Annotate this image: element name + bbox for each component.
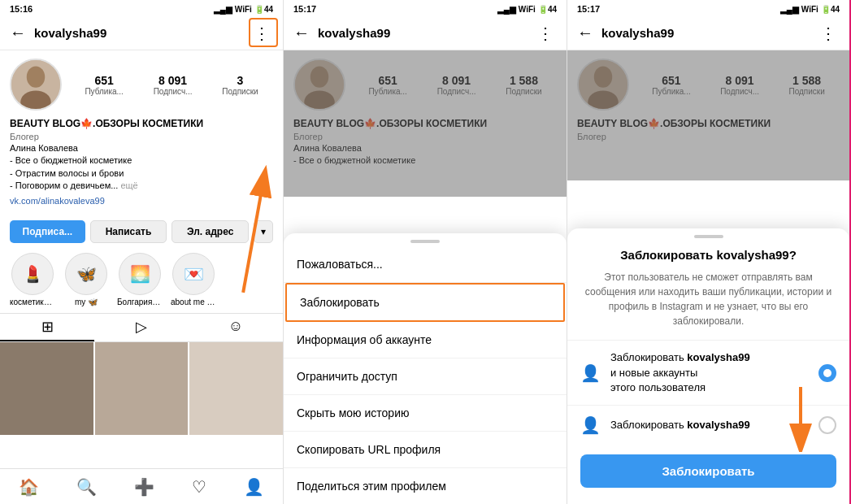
tab-reels-1[interactable]: ▷	[94, 314, 189, 341]
bio-line1-1: - Все о бюджетной косметике	[10, 154, 273, 167]
nav-username-2: kovalysha99	[318, 26, 534, 40]
user-icon-1: 👤	[580, 363, 601, 383]
menu-report[interactable]: Пожаловаться...	[284, 246, 567, 283]
radio-option-1[interactable]	[818, 364, 836, 382]
dim-overlay-3	[567, 50, 849, 180]
highlight-label-bulgaria: Болгария 20...	[117, 298, 163, 306]
panel-1: 15:16 ▂▄▆ WiFi 🔋44 ← kovalysha99 ⋮	[0, 0, 284, 504]
menu-block[interactable]: Заблокировать	[285, 283, 565, 322]
bottom-nav-1: 🏠 🔍 ➕ ♡ 👤	[0, 468, 283, 504]
tab-bar-1: ⊞ ▷ ☺	[0, 313, 283, 342]
highlight-bulgaria[interactable]: 🌅 Болгария 20...	[117, 253, 163, 306]
highlight-label-cosmetics: косметика💄	[10, 298, 55, 306]
status-icons-3: ▂▄▆ WiFi 🔋44	[780, 5, 840, 14]
menu-account-info[interactable]: Информация об аккаунте	[284, 322, 567, 358]
photo-grid-1	[0, 342, 283, 468]
dialog-handle	[694, 235, 723, 238]
status-bar-3: 15:17 ▂▄▆ WiFi 🔋44	[567, 0, 849, 16]
menu-handle-2	[410, 240, 440, 243]
time-1: 15:16	[10, 4, 33, 14]
signal-icon: ▂▄▆	[214, 5, 232, 14]
search-icon-1[interactable]: 🔍	[76, 477, 97, 497]
highlight-circle-bulgaria: 🌅	[119, 253, 161, 295]
profile-bio-1: BEAUTY BLOG🍁.ОБЗОРЫ КОСМЕТИКИ Блогер Али…	[10, 117, 273, 207]
back-arrow-2[interactable]: ←	[293, 24, 310, 42]
top-nav-2: ← kovalysha99 ⋮	[284, 16, 567, 50]
grid-cell-2[interactable]	[95, 342, 189, 436]
bio-more-1: ещё	[120, 180, 137, 190]
time-2: 15:17	[293, 4, 316, 14]
highlight-aboutme[interactable]: 💌 about me 💌	[171, 253, 216, 306]
signal-icon-2: ▂▄▆	[497, 5, 516, 14]
stat-following-1: 3 Подписки	[222, 74, 258, 96]
menu-hide-story[interactable]: Скрыть мою историю	[284, 395, 567, 432]
status-icons-1: ▂▄▆ WiFi 🔋44	[214, 5, 273, 14]
menu-sheet-2: Пожаловаться... Заблокировать Информация…	[284, 233, 567, 504]
grid-cell-1[interactable]	[0, 342, 93, 436]
home-icon-1[interactable]: 🏠	[19, 477, 39, 497]
battery-icon-2: 🔋44	[538, 5, 557, 14]
wifi-icon: WiFi	[235, 5, 252, 14]
dialog-option-2[interactable]: 👤 Заблокировать kovalysha99	[567, 405, 849, 445]
highlight-circle-aboutme: 💌	[172, 253, 215, 295]
nav-username-3: kovalysha99	[601, 26, 817, 40]
dialog-option-text-2: Заблокировать kovalysha99	[610, 418, 809, 432]
bio-title-1: BEAUTY BLOG🍁.ОБЗОРЫ КОСМЕТИКИ	[10, 117, 273, 131]
dim-overlay-2	[284, 50, 567, 197]
three-dots-menu-1[interactable]: ⋮	[250, 22, 273, 45]
menu-restrict[interactable]: Ограничить доступ	[284, 358, 567, 395]
bio-name-1: Алина Ковалева	[10, 142, 273, 154]
stat-publications-1: 651 Публика...	[85, 74, 124, 96]
menu-share-profile[interactable]: Поделиться этим профилем	[284, 468, 567, 504]
email-button-1[interactable]: Эл. адрес	[172, 220, 249, 243]
status-bar-2: 15:17 ▂▄▆ WiFi 🔋44	[284, 0, 567, 16]
profile-top-1: 651 Публика... 8 091 Подписч... 3 Подпис…	[10, 59, 273, 111]
user-icon-2: 👤	[580, 415, 601, 435]
write-button-1[interactable]: Написать	[90, 220, 167, 243]
subscribe-button-1[interactable]: Подписа...	[10, 220, 85, 243]
status-bar-1: 15:16 ▂▄▆ WiFi 🔋44	[0, 0, 283, 16]
stat-followers-1: 8 091 Подписч...	[154, 74, 193, 96]
menu-copy-url[interactable]: Скопировать URL профиля	[284, 432, 567, 468]
heart-icon-1[interactable]: ♡	[192, 477, 206, 497]
three-dots-menu-3[interactable]: ⋮	[817, 22, 840, 45]
wifi-icon-3: WiFi	[801, 5, 818, 14]
stat-num-flw-1: 3	[237, 74, 244, 87]
profile-icon-1[interactable]: 👤	[244, 477, 264, 497]
tab-grid-1[interactable]: ⊞	[0, 314, 94, 341]
top-nav-3: ← kovalysha99 ⋮	[567, 16, 849, 50]
nav-username-1: kovalysha99	[34, 26, 250, 40]
block-dialog: Заблокировать kovalysha99? Этот пользова…	[567, 228, 849, 504]
radio-option-2[interactable]	[818, 416, 836, 434]
signal-icon-3: ▂▄▆	[780, 5, 799, 14]
back-arrow-1[interactable]: ←	[10, 24, 26, 42]
dialog-option-1[interactable]: 👤 Заблокировать kovalysha99и новые аккау…	[567, 340, 849, 405]
stat-lbl-fol-1: Подписч...	[154, 87, 193, 96]
avatar-1	[10, 59, 62, 111]
back-arrow-3[interactable]: ←	[577, 24, 593, 42]
stat-lbl-flw-1: Подписки	[222, 87, 258, 96]
bio-link-1[interactable]: vk.com/alinakovaleva99	[10, 196, 105, 206]
highlight-circle-my: 🦋	[65, 253, 107, 295]
dialog-title: Заблокировать kovalysha99?	[567, 245, 849, 270]
tab-tagged-1[interactable]: ☺	[189, 314, 283, 341]
svg-point-3	[27, 67, 46, 88]
stat-lbl-pub-1: Публика...	[85, 87, 124, 96]
highlights-1: 💄 косметика💄 🦋 my 🦋 🌅 Болгария 20... 💌 a…	[0, 250, 283, 313]
dropdown-button-1[interactable]: ▾	[254, 220, 273, 243]
grid-cell-3[interactable]	[189, 342, 283, 436]
add-icon-1[interactable]: ➕	[134, 477, 154, 497]
highlight-label-aboutme: about me 💌	[171, 298, 216, 306]
panel-2: 15:17 ▂▄▆ WiFi 🔋44 ← kovalysha99 ⋮	[284, 0, 567, 504]
stats-row-1: 651 Публика... 8 091 Подписч... 3 Подпис…	[70, 74, 273, 96]
battery-icon-3: 🔋44	[821, 5, 840, 14]
top-nav-1: ← kovalysha99 ⋮	[0, 16, 283, 50]
action-buttons-1: Подписа... Написать Эл. адрес ▾	[0, 217, 283, 250]
three-dots-menu-2[interactable]: ⋮	[534, 22, 557, 45]
dialog-option-text-1: Заблокировать kovalysha99и новые аккаунт…	[610, 350, 809, 395]
wifi-icon-2: WiFi	[519, 5, 536, 14]
panel-3: 15:17 ▂▄▆ WiFi 🔋44 ← kovalysha99 ⋮	[567, 0, 851, 504]
block-confirm-button[interactable]: Заблокировать	[580, 454, 836, 488]
highlight-my[interactable]: 🦋 my 🦋	[63, 253, 109, 306]
highlight-cosmetics[interactable]: 💄 косметика💄	[10, 253, 55, 306]
